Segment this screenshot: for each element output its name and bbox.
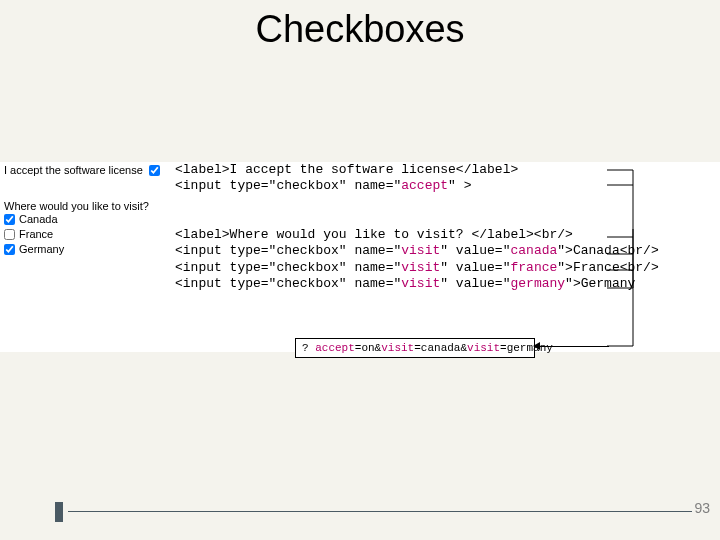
code-kw-visit1: visit [401,243,440,258]
query-prefix: ? [302,342,315,354]
code-kw-visit2: visit [401,260,440,275]
visit-question-label: Where would you like to visit? [4,200,171,212]
visit-france-label: France [19,227,53,242]
query-tail: =germany [500,342,553,354]
query-sep2: =canada& [414,342,467,354]
code-kw-france: france [510,260,557,275]
code-line-6a: <input type="checkbox" name=" [175,260,401,275]
content-panel: I accept the software license Where woul… [0,162,720,352]
query-sep1: =on& [355,342,381,354]
code-line-1: <label>I accept the software license</la… [175,162,518,177]
code-line-5b: " value=" [440,243,510,258]
code-kw-visit3: visit [401,276,440,291]
visit-germany-label: Germany [19,242,64,257]
code-kw-canada: canada [510,243,557,258]
code-line-5a: <input type="checkbox" name=" [175,243,401,258]
visit-germany-checkbox[interactable] [4,244,15,255]
code-line-2b: " > [448,178,471,193]
arrow-left-icon [539,346,609,347]
source-code-panel: <label>I accept the software license</la… [175,162,605,292]
footer-accent-icon [55,502,63,522]
code-kw-accept: accept [401,178,448,193]
query-key-visit2: visit [467,342,500,354]
code-line-4: <label>Where would you like to visit? </… [175,227,573,242]
code-line-2a: <input type="checkbox" name=" [175,178,401,193]
query-key-accept: accept [315,342,355,354]
query-key-visit1: visit [381,342,414,354]
code-line-7a: <input type="checkbox" name=" [175,276,401,291]
footer-divider [68,511,692,512]
code-line-7b: " value=" [440,276,510,291]
query-string-box: ? accept=on&visit=canada&visit=germany [295,338,535,358]
code-line-6b: " value=" [440,260,510,275]
slide-title: Checkboxes [0,8,720,51]
visit-canada-checkbox[interactable] [4,214,15,225]
visit-france-checkbox[interactable] [4,229,15,240]
visit-canada-label: Canada [19,212,58,227]
accept-label: I accept the software license [4,164,143,176]
page-number: 93 [694,500,710,516]
code-line-7c: ">Germany [565,276,635,291]
accept-checkbox[interactable] [149,165,160,176]
code-kw-germany: germany [510,276,565,291]
rendered-form-panel: I accept the software license Where woul… [0,162,175,259]
code-line-5c: ">Canada<br/> [557,243,658,258]
code-line-6c: ">France<br/> [557,260,658,275]
